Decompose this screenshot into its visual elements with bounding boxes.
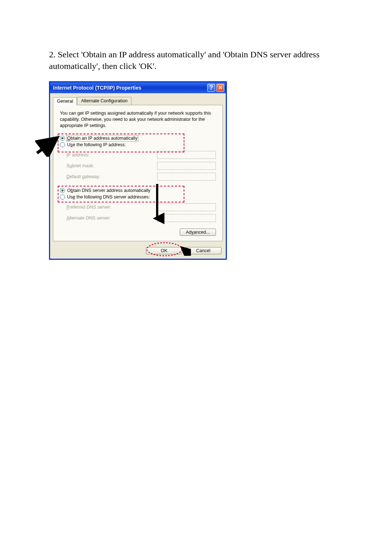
general-panel: You can get IP settings assigned automat… <box>53 105 223 242</box>
radio-obtain-ip[interactable]: Obtain an IP address automatically <box>60 135 216 141</box>
tab-general[interactable]: General <box>53 97 77 105</box>
field-default-gateway: Default gateway: . . . <box>66 171 216 182</box>
tab-alternate-configuration[interactable]: Alternate Configuration <box>77 97 131 105</box>
label-default-gateway: Default gateway: <box>66 174 100 179</box>
radio-use-ip-label: Use the following IP address: <box>67 142 126 147</box>
radio-obtain-dns[interactable]: Obtain DNS server address automatically <box>60 187 216 194</box>
dns-fields: Preferred DNS server: . . . Alternate DN… <box>66 202 216 223</box>
radio-empty-icon <box>60 142 65 147</box>
field-preferred-dns: Preferred DNS server: . . . <box>66 202 216 213</box>
advanced-button[interactable]: Advanced... <box>180 229 216 236</box>
field-ip-address: IP address: . . . <box>66 149 216 160</box>
tcpip-properties-dialog: Internet Protocol (TCP/IP) Properties ? … <box>49 81 227 260</box>
radio-obtain-dns-label: Obtain DNS server address automatically <box>67 188 150 193</box>
titlebar-buttons: ? ✕ <box>207 84 224 92</box>
label-alternate-dns: Alternate DNS server: <box>66 216 111 221</box>
dialog-buttons: OK Cancel <box>50 244 226 259</box>
advanced-row: Advanced... <box>60 229 216 236</box>
radio-use-ip[interactable]: Use the following IP address: <box>60 141 216 148</box>
document-page: 2. Select 'Obtain an IP address automati… <box>0 0 392 554</box>
window-title: Internet Protocol (TCP/IP) Properties <box>53 85 141 91</box>
radio-empty-icon <box>60 194 65 200</box>
titlebar: Internet Protocol (TCP/IP) Properties ? … <box>50 82 226 93</box>
input-subnet-mask: . . . <box>157 162 216 170</box>
label-ip-address: IP address: <box>66 152 89 157</box>
close-button[interactable]: ✕ <box>216 84 224 92</box>
input-ip-address: . . . <box>157 151 216 159</box>
radio-dot-icon <box>60 136 65 141</box>
radio-use-dns-label: Use the following DNS server addresses: <box>67 194 150 200</box>
radio-use-dns[interactable]: Use the following DNS server addresses: <box>60 194 216 200</box>
input-default-gateway: . . . <box>157 173 216 181</box>
input-alternate-dns: . . . <box>157 214 216 222</box>
dialog-wrap: Internet Protocol (TCP/IP) Properties ? … <box>49 81 230 260</box>
ok-button[interactable]: OK <box>146 247 182 254</box>
cancel-button[interactable]: Cancel <box>185 247 221 254</box>
label-subnet-mask: Subnet mask: <box>66 163 94 168</box>
field-subnet-mask: Subnet mask: . . . <box>66 160 216 171</box>
tab-strip: General Alternate Configuration <box>53 97 223 105</box>
help-button[interactable]: ? <box>207 84 215 92</box>
radio-obtain-ip-label: Obtain an IP address automatically <box>67 136 138 141</box>
label-preferred-dns: Preferred DNS server: <box>66 205 111 210</box>
ip-fields: IP address: . . . Subnet mask: . . . <box>66 149 216 182</box>
description-text: You can get IP settings assigned automat… <box>60 110 216 129</box>
instruction-text: 2. Select 'Obtain an IP address automati… <box>49 49 325 72</box>
field-alternate-dns: Alternate DNS server: . . . <box>66 213 216 223</box>
radio-dot-icon <box>60 188 65 193</box>
input-preferred-dns: . . . <box>157 203 216 211</box>
